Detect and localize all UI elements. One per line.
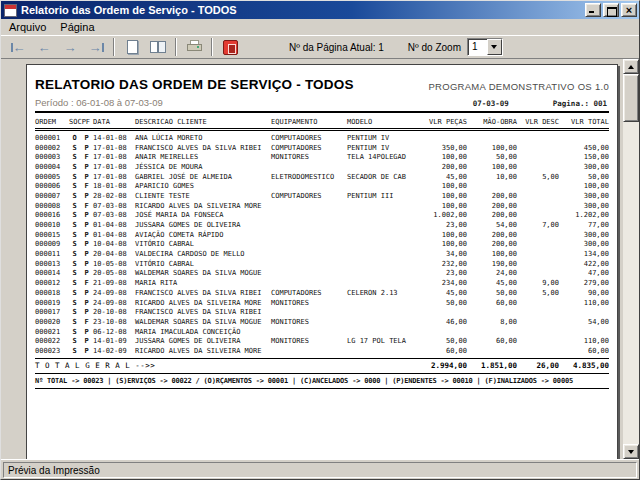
cell-st: S [69,279,80,287]
cell-st: S [69,250,80,258]
cell-cliente: RICARDO ALVES DA SILVEIRA MORE [135,347,271,355]
table-row: 000014SP20-05-08WALDEMAR SOARES DA SILVA… [35,269,609,279]
cell-pecas: 23,00 [417,269,467,277]
cell-pf: F [80,318,93,326]
close-button[interactable]: × [621,3,637,17]
cell-ordem: 000008 [35,202,69,210]
menu-arquivo[interactable]: Arquivo [2,20,53,34]
print-button[interactable] [181,37,207,57]
cell-mao: 200,00 [467,240,517,248]
cell-equip: MONITORES [271,318,347,326]
cell-equip: COMPUTADORES [271,192,347,200]
cell-total: 60,00 [559,347,609,355]
table-row: 000003SF17-01-08ANAIR MEIRELLESMONITORES… [35,152,609,162]
table-row: 000018SP24-09-08FRANCISCO ALVES DA SILVA… [35,288,609,298]
scroll-down-button[interactable] [623,444,639,459]
vertical-scrollbar[interactable] [623,59,639,459]
single-page-view-button[interactable] [119,37,145,57]
cell-data: 24-09-08 [93,289,135,297]
cell-pecas: 45,00 [417,173,467,181]
cell-pf: P [80,173,93,181]
cell-st: S [69,192,80,200]
cell-data: 06-12-08 [93,328,135,336]
cell-data: 17-01-08 [93,173,135,181]
last-page-button[interactable]: → [83,37,109,57]
scroll-up-button[interactable] [623,59,639,74]
status-bar: Prévia da Impressão [1,459,639,479]
table-row: 000007SP28-02-08CLIENTE TESTECOMPUTADORE… [35,191,609,201]
cell-st: S [69,240,80,248]
cell-st: S [69,221,80,229]
cell-st: S [69,328,80,336]
next-page-button[interactable]: → [57,37,83,57]
cell-equip: MONITORES [271,299,347,307]
cell-cliente: RICARDO ALVES DA SILVEIRA MORE [135,202,271,210]
two-pages-icon [150,40,166,54]
cell-pf: P [80,192,93,200]
two-page-view-button[interactable] [145,37,171,57]
cell-mao: 200,00 [467,231,517,239]
cell-st: S [69,202,80,210]
cell-desc: 7,00 [517,221,559,229]
cell-mao: 50,00 [467,153,517,161]
divider [35,373,609,374]
report-rows: 000001OP14-01-08ANA LÚCIA MORETOCOMPUTAD… [35,133,609,356]
exit-preview-button[interactable] [217,37,243,57]
col-vlr-total: VLR TOTAL [559,118,609,126]
single-page-icon [127,40,138,54]
total-desc: 26,00 [517,361,559,370]
col-data: DATA [93,118,135,126]
cell-cliente: FRANCISCO ALVES DA SILVA RIBEI [135,144,271,152]
cell-data: 20-10-08 [93,308,135,316]
cell-cliente: ANAIR MEIRELLES [135,153,271,161]
cell-st: S [69,211,80,219]
cell-cliente: JUSSARA GOMES DE OLIVEIRA [135,221,271,229]
cell-total: 300,00 [559,202,609,210]
cell-ordem: 000013 [35,260,69,268]
cell-modelo: CELERON 2.13 [347,289,417,297]
table-row: 000002SP17-01-08FRANCISCO ALVES DA SILVA… [35,143,609,153]
cell-equip: MONITORES [271,337,347,345]
toolbar-separator [113,38,115,56]
cell-mao: 50,00 [467,289,517,297]
divider [35,111,609,113]
cell-ordem: 000014 [35,269,69,277]
zoom-dropdown-button[interactable] [487,39,502,55]
zoom-value: 1 [468,39,487,55]
first-page-button[interactable]: ← [5,37,31,57]
cell-equip: COMPUTADORES [271,144,347,152]
maximize-button[interactable] [603,3,619,17]
scroll-track[interactable] [623,122,639,444]
exit-icon [223,40,238,55]
col-mao-obra: MÃO-OBRA [467,118,517,126]
minimize-button[interactable] [585,3,601,17]
cell-pecas: 232,00 [417,260,467,268]
table-row: 000010SP01-04-08JUSSARA GOMES DE OLIVEIR… [35,220,609,230]
cell-data: 20-04-08 [93,250,135,258]
menu-pagina[interactable]: Página [53,20,101,34]
chevron-down-icon [491,45,497,49]
total-geral: 4.835,00 [559,361,609,370]
report-subheader: Período : 06-01-08 à 07-03-09 07-03-09 P… [35,97,609,108]
cell-cliente: WALDEMAR SOARES DA SILVA MOGUE [135,318,271,326]
cell-pecas: 350,00 [417,144,467,152]
cell-pf: P [80,260,93,268]
zoom-select[interactable]: 1 [467,38,503,56]
arrow-up-icon [628,65,634,69]
cell-data: 18-01-08 [93,182,135,190]
printer-icon [186,40,203,54]
cell-total: 279,00 [559,279,609,287]
cell-pf: F [80,279,93,287]
cell-ordem: 000019 [35,299,69,307]
cell-mao: 60,00 [467,337,517,345]
cell-pf: F [80,182,93,190]
prev-page-button[interactable]: ← [31,37,57,57]
cell-mao: 100,00 [467,250,517,258]
table-row: 000015SP01-04-08AVIAÇÃO COMETA RÁPIDO100… [35,230,609,240]
title-bar: Relatorio das Ordem de Serviço - TODOS × [1,1,639,19]
scroll-thumb[interactable] [623,74,639,122]
cell-ordem: 000020 [35,318,69,326]
cell-pecas: 100,00 [417,202,467,210]
cell-total: 47,00 [559,269,609,277]
cell-data: 17-01-08 [93,144,135,152]
